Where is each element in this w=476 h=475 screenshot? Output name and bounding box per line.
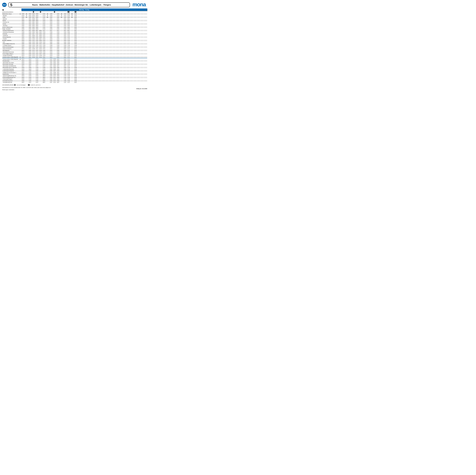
- time-cell: [25, 68, 28, 70]
- time-cell: 07.01: [39, 45, 42, 46]
- time-cell: 07.30: [42, 33, 46, 35]
- time-cell: [84, 70, 88, 72]
- time-cell: 07.32: [35, 73, 39, 75]
- time-cell: [130, 58, 133, 60]
- time-cell: [137, 38, 140, 40]
- time-cell: [39, 82, 42, 83]
- time-cell: [126, 82, 130, 83]
- time-cell: [98, 45, 102, 46]
- time-cell: [140, 33, 144, 35]
- time-cell: [46, 51, 49, 53]
- time-cell: [53, 16, 56, 18]
- time-cell: 07.13: [32, 51, 35, 53]
- time-cell: 14.06: [56, 80, 60, 82]
- time-cell: [91, 50, 95, 51]
- time-cell: [102, 56, 105, 58]
- time-cell: [140, 21, 144, 23]
- time-cell: [70, 65, 74, 66]
- time-cell: [88, 73, 91, 75]
- time-cell: [81, 70, 84, 72]
- time-cell: [98, 16, 102, 18]
- time-cell: 18.58: [74, 32, 77, 33]
- time-cell: [77, 18, 81, 20]
- time-cell: [70, 75, 74, 77]
- time-cell: [88, 72, 91, 73]
- time-cell: [84, 28, 88, 30]
- time-cell: [84, 55, 88, 56]
- time-cell: [77, 30, 81, 31]
- time-cell: [137, 15, 140, 16]
- time-cell: [130, 18, 133, 20]
- time-cell: [144, 25, 147, 26]
- time-cell: 19.18: [74, 53, 77, 54]
- time-cell: [46, 41, 49, 43]
- time-cell: 06.45: [28, 50, 32, 51]
- time-cell: [119, 70, 123, 72]
- time-cell: [109, 64, 112, 65]
- time-cell: [102, 32, 105, 33]
- time-cell: 06.54: [32, 30, 35, 31]
- time-cell: [95, 60, 98, 62]
- time-cell: [133, 53, 137, 54]
- time-cell: [126, 53, 130, 54]
- time-cell: [119, 55, 123, 56]
- time-cell: [91, 25, 95, 26]
- time-cell: [70, 72, 74, 73]
- time-cell: [95, 67, 98, 68]
- time-cell: [102, 43, 105, 45]
- time-cell: 07.04: [28, 77, 32, 78]
- time-cell: [81, 55, 84, 56]
- time-cell: [112, 56, 116, 58]
- time-cell: 06.52: [32, 26, 35, 28]
- time-cell: [109, 21, 112, 23]
- time-cell: [98, 13, 102, 15]
- time-cell: [137, 13, 140, 15]
- time-cell: [105, 33, 109, 35]
- time-cell: [112, 15, 116, 16]
- time-cell: [116, 65, 119, 66]
- time-cell: 06.49: [28, 55, 32, 56]
- time-cell: [130, 56, 133, 58]
- time-cell: [91, 21, 95, 23]
- time-cell: 07.00: [32, 38, 35, 40]
- time-cell: [81, 43, 84, 45]
- time-cell: 19.22: [74, 58, 77, 60]
- timetable-row: - Spatzenweg/Mariaberger Str.05.3307.030…: [2, 75, 147, 77]
- time-cell: 06.25: [28, 25, 32, 26]
- time-cell: [126, 21, 130, 23]
- time-cell: [32, 68, 35, 70]
- time-cell: 19.16: [74, 51, 77, 53]
- time-cell: [144, 62, 147, 63]
- time-cell: 07.34: [35, 77, 39, 78]
- section-separator: [2, 58, 147, 58]
- time-cell: [133, 62, 137, 63]
- time-cell: [98, 62, 102, 63]
- stop-name: - Finkenweg/Thingers: [2, 79, 12, 80]
- time-cell: [81, 58, 84, 60]
- time-cell: [123, 36, 126, 38]
- time-cell: [91, 65, 95, 66]
- time-cell: [39, 73, 42, 75]
- time-cell: [39, 15, 42, 16]
- time-cell: [116, 55, 119, 56]
- time-cell: [98, 43, 102, 45]
- time-cell: 16.54: [67, 21, 70, 23]
- time-cell: 16.55: [67, 25, 70, 26]
- time-cell: [70, 20, 74, 21]
- time-cell: [123, 35, 126, 36]
- time-cell: [137, 43, 140, 45]
- time-cell: [144, 67, 147, 68]
- time-cell: 13.46: [56, 51, 60, 53]
- time-cell: [119, 30, 123, 31]
- time-cell: [46, 77, 49, 78]
- time-cell: 16.24: [63, 23, 67, 25]
- time-cell: [60, 68, 63, 70]
- time-cell: [95, 38, 98, 40]
- time-cell: Min: [70, 16, 74, 18]
- time-cell: 07.08: [32, 48, 35, 49]
- time-cell: [140, 55, 144, 56]
- time-cell: [140, 40, 144, 41]
- time-cell: [105, 18, 109, 20]
- time-cell: [60, 35, 63, 36]
- time-cell: [25, 60, 28, 62]
